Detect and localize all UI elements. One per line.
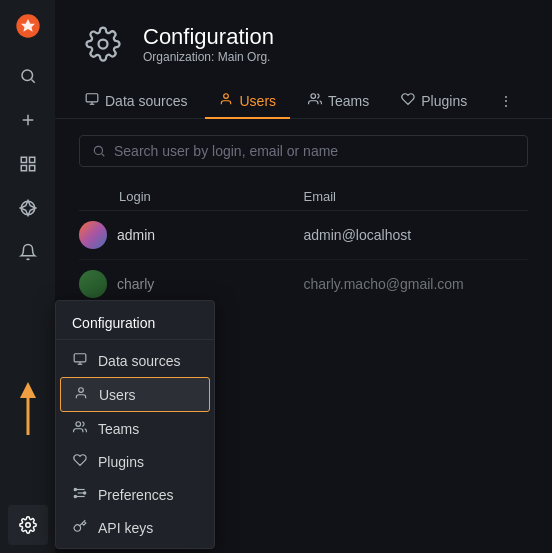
search-icon	[92, 144, 106, 158]
config-header-icon	[79, 20, 127, 68]
menu-item-users[interactable]: Users	[60, 377, 210, 412]
column-login: Login	[79, 189, 304, 204]
menu-item-teams[interactable]: Teams	[56, 412, 214, 445]
menu-item-plugins[interactable]: Plugins	[56, 445, 214, 478]
sidebar-alerting[interactable]	[8, 232, 48, 272]
plugins-tab-icon	[401, 92, 415, 109]
svg-point-24	[76, 422, 81, 427]
data-sources-menu-icon	[72, 352, 88, 369]
sidebar-create[interactable]	[8, 100, 48, 140]
user-cell-admin: admin	[79, 221, 304, 249]
svg-rect-6	[29, 157, 34, 162]
svg-line-19	[102, 154, 105, 157]
tab-users[interactable]: Users	[205, 84, 290, 119]
svg-point-17	[311, 94, 316, 99]
user-login: admin	[117, 227, 155, 243]
user-cell-charly: charly	[79, 270, 304, 298]
tab-teams[interactable]: Teams	[294, 84, 383, 119]
svg-rect-20	[74, 354, 86, 362]
arrow-indicator	[8, 380, 48, 440]
svg-point-16	[224, 94, 229, 99]
teams-menu-icon	[72, 420, 88, 437]
search-input[interactable]	[114, 143, 515, 159]
svg-marker-32	[20, 382, 36, 398]
page-header-text: Configuration Organization: Main Org.	[143, 24, 274, 64]
svg-point-30	[74, 495, 76, 497]
sidebar-explore[interactable]	[8, 188, 48, 228]
tab-more[interactable]: ⋮	[485, 84, 527, 119]
table-row[interactable]: admin admin@localhost	[79, 210, 528, 259]
svg-point-1	[22, 70, 33, 81]
tabs-bar: Data sources Users Teams	[55, 84, 552, 119]
page-title: Configuration	[143, 24, 274, 50]
sidebar-configuration[interactable]	[8, 505, 48, 545]
plugins-menu-icon	[72, 453, 88, 470]
tab-data-sources[interactable]: Data sources	[71, 84, 201, 119]
svg-rect-8	[29, 166, 34, 171]
sidebar-search[interactable]	[8, 56, 48, 96]
svg-rect-13	[86, 94, 98, 102]
svg-point-12	[99, 40, 108, 49]
svg-point-18	[94, 146, 102, 154]
tab-plugins[interactable]: Plugins	[387, 84, 481, 119]
menu-item-preferences[interactable]: Preferences	[56, 478, 214, 511]
user-login: charly	[117, 276, 154, 292]
preferences-menu-icon	[72, 486, 88, 503]
context-menu: Configuration Data sources Users Teams	[55, 300, 215, 549]
svg-line-2	[31, 79, 34, 82]
user-email: admin@localhost	[304, 227, 529, 243]
users-tab-icon	[219, 92, 233, 109]
sidebar-dashboards[interactable]	[8, 144, 48, 184]
svg-rect-7	[21, 166, 26, 171]
menu-item-api-keys[interactable]: API keys	[56, 511, 214, 544]
context-menu-title: Configuration	[56, 305, 214, 340]
data-sources-icon	[85, 92, 99, 109]
avatar	[79, 270, 107, 298]
user-email: charly.macho@gmail.com	[304, 276, 529, 292]
menu-item-data-sources[interactable]: Data sources	[56, 344, 214, 377]
app-logo[interactable]	[10, 8, 46, 44]
search-box[interactable]	[79, 135, 528, 167]
users-menu-icon	[73, 386, 89, 403]
table-header: Login Email	[79, 183, 528, 210]
svg-point-23	[79, 388, 84, 393]
svg-point-29	[84, 492, 86, 494]
column-email: Email	[304, 189, 529, 204]
api-keys-menu-icon	[72, 519, 88, 536]
sidebar	[0, 0, 55, 553]
teams-tab-icon	[308, 92, 322, 109]
page-header: Configuration Organization: Main Org.	[55, 0, 552, 68]
avatar	[79, 221, 107, 249]
svg-rect-5	[21, 157, 26, 162]
page-subtitle: Organization: Main Org.	[143, 50, 274, 64]
svg-point-9	[21, 201, 35, 215]
svg-point-28	[74, 488, 76, 490]
svg-point-11	[25, 523, 30, 528]
